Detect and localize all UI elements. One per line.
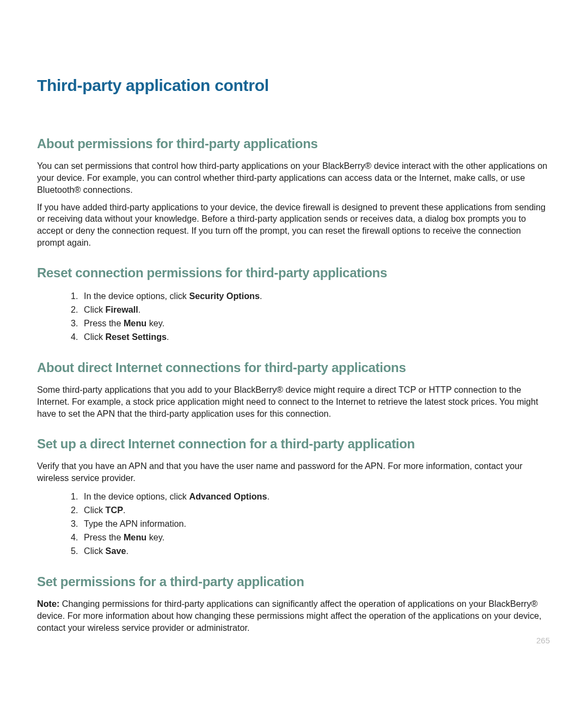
list-item: Click Save. [81, 544, 550, 558]
section-heading-about-permissions: About permissions for third-party applic… [37, 136, 550, 151]
step-bold: Advanced Options [189, 491, 267, 501]
note-paragraph: Note: Changing permissions for third-par… [37, 598, 550, 634]
step-bold: Menu [124, 532, 146, 542]
step-text: . [267, 491, 270, 501]
step-text: In the device options, click [84, 491, 189, 501]
step-text: key. [146, 532, 164, 542]
step-bold: Reset Settings [106, 332, 167, 342]
section-heading-setup-direct-connection: Set up a direct Internet connection for … [37, 436, 550, 452]
list-item: Type the APN information. [81, 517, 550, 531]
ordered-steps: In the device options, click Security Op… [37, 289, 550, 344]
body-paragraph: Some third-party applications that you a… [37, 384, 550, 420]
list-item: In the device options, click Security Op… [81, 289, 550, 303]
list-item: Click Firewall. [81, 303, 550, 317]
page-number: 265 [536, 636, 550, 645]
step-text: . [260, 291, 262, 301]
step-text: Click [84, 505, 106, 515]
step-text: . [126, 546, 128, 556]
step-text: Click [84, 546, 106, 556]
section-heading-set-permissions: Set permissions for a third-party applic… [37, 574, 550, 589]
list-item: Click Reset Settings. [81, 330, 550, 344]
note-label: Note: [37, 599, 59, 608]
step-bold: Firewall [106, 305, 138, 314]
step-text: key. [146, 318, 164, 328]
step-text: Click [84, 332, 106, 342]
body-paragraph: Verify that you have an APN and that you… [37, 460, 550, 484]
step-bold: TCP [106, 505, 123, 515]
step-text: Press the [84, 532, 124, 542]
list-item: Click TCP. [81, 503, 550, 517]
step-bold: Save [106, 546, 126, 556]
step-bold: Menu [124, 318, 146, 328]
list-item: Press the Menu key. [81, 531, 550, 544]
document-page: Third-party application control About pe… [0, 0, 588, 634]
list-item: In the device options, click Advanced Op… [81, 490, 550, 503]
main-heading: Third-party application control [37, 76, 550, 95]
step-text: Click [84, 305, 106, 314]
body-paragraph: If you have added third-party applicatio… [37, 202, 550, 249]
list-item: Press the Menu key. [81, 317, 550, 330]
step-text: In the device options, click [84, 291, 189, 301]
step-text: . [123, 505, 126, 515]
step-text: Press the [84, 318, 124, 328]
section-heading-reset-permissions: Reset connection permissions for third-p… [37, 265, 550, 281]
section-heading-about-direct-connections: About direct Internet connections for th… [37, 360, 550, 375]
ordered-steps: In the device options, click Advanced Op… [37, 490, 550, 558]
step-text: . [138, 305, 141, 314]
note-body: Changing permissions for third-party app… [37, 599, 542, 632]
body-paragraph: You can set permissions that control how… [37, 160, 550, 196]
step-text: . [167, 332, 169, 342]
step-bold: Security Options [189, 291, 260, 301]
